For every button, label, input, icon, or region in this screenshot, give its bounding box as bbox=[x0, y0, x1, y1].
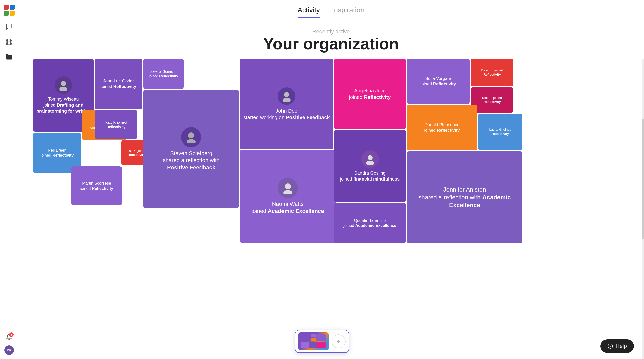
svg-rect-0 bbox=[4, 5, 9, 10]
org-title: Your organization bbox=[18, 35, 644, 53]
help-button[interactable]: Help bbox=[600, 339, 634, 353]
svg-point-15 bbox=[187, 139, 196, 143]
svg-point-16 bbox=[284, 92, 289, 97]
tile-martin[interactable]: Martin Scorsesejoined Reflectivity bbox=[71, 166, 122, 205]
tile-angelina[interactable]: Angelina Joliejoined Reflectivity bbox=[334, 59, 406, 129]
logo[interactable] bbox=[3, 4, 15, 16]
bottom-bar: + bbox=[295, 330, 349, 353]
svg-rect-28 bbox=[317, 342, 326, 348]
tile-john[interactable]: John Doestarted working on Positive Feed… bbox=[240, 59, 333, 149]
main-content: Activity Inspiration Recently active You… bbox=[18, 0, 644, 359]
tab-activity[interactable]: Activity bbox=[298, 6, 320, 18]
tile-donald[interactable]: Donald Pleasencejoined Reflectivity bbox=[407, 105, 477, 150]
tile-jennifer[interactable]: Jennifer Anistonshared a reflection with… bbox=[407, 151, 522, 243]
svg-point-14 bbox=[188, 132, 194, 138]
scrollbar-thumb[interactable] bbox=[642, 119, 644, 239]
notification-count: 5 bbox=[9, 332, 14, 337]
treemap-container: Tommy Wiseaujoined Drafting and brainsto… bbox=[18, 59, 644, 359]
svg-rect-22 bbox=[301, 334, 310, 341]
tab-thumbnail[interactable] bbox=[298, 332, 329, 350]
add-tab-button[interactable]: + bbox=[332, 334, 346, 348]
tile-quentin[interactable]: Quentin Tarantinojoined Academic Excelle… bbox=[334, 203, 406, 243]
tile-sandra[interactable]: Sandra Goslingjoined financial mindfulne… bbox=[334, 130, 406, 202]
svg-point-21 bbox=[366, 161, 374, 165]
tile-sofia[interactable]: Sofia Vergarajoined Reflectivity bbox=[407, 59, 470, 104]
svg-rect-27 bbox=[309, 342, 317, 348]
sidebar: 5 MP bbox=[0, 0, 18, 359]
user-avatar[interactable]: MP bbox=[4, 345, 14, 355]
svg-point-20 bbox=[368, 155, 373, 160]
notification-bell[interactable]: 5 bbox=[5, 332, 14, 341]
tile-selena[interactable]: Selena Gomez...joined Reflectivity bbox=[143, 59, 184, 89]
svg-point-18 bbox=[285, 183, 291, 189]
svg-rect-3 bbox=[10, 11, 15, 16]
tabs-bar: Activity Inspiration bbox=[18, 0, 644, 18]
tile-steven[interactable]: Steven Spielbergshared a reflection with… bbox=[143, 90, 239, 208]
svg-point-19 bbox=[283, 190, 292, 194]
svg-rect-25 bbox=[316, 334, 326, 341]
svg-point-12 bbox=[61, 81, 66, 86]
recently-active-label: Recently active bbox=[18, 28, 644, 35]
sidebar-icon-chat[interactable] bbox=[5, 22, 14, 31]
tile-laura[interactable]: Laura H. joined Reflectivity bbox=[478, 114, 522, 150]
tile-david[interactable]: David S. joined Reflectivity bbox=[471, 59, 513, 86]
treemap: Tommy Wiseaujoined Drafting and brainsto… bbox=[33, 59, 629, 359]
scrollbar[interactable] bbox=[642, 59, 644, 359]
sidebar-icon-film[interactable] bbox=[5, 37, 14, 46]
sidebar-icon-folder[interactable] bbox=[5, 52, 14, 61]
svg-rect-24 bbox=[311, 338, 316, 341]
tab-inspiration[interactable]: Inspiration bbox=[332, 6, 365, 18]
help-label: Help bbox=[616, 343, 627, 349]
tile-naomi[interactable]: Naomi Wattsjoined Academic Excellence bbox=[240, 150, 336, 243]
svg-point-17 bbox=[283, 98, 291, 102]
svg-rect-2 bbox=[4, 11, 9, 16]
tile-katy[interactable]: Katy P. joined Reflectivity bbox=[95, 110, 137, 139]
page-header: Recently active Your organization bbox=[18, 18, 644, 59]
svg-point-13 bbox=[59, 87, 67, 91]
tile-jean-luc[interactable]: Jean-Luc Godarjoined Reflectivity bbox=[95, 59, 142, 109]
svg-rect-23 bbox=[311, 334, 316, 337]
svg-rect-26 bbox=[301, 342, 309, 348]
svg-rect-1 bbox=[10, 5, 15, 10]
